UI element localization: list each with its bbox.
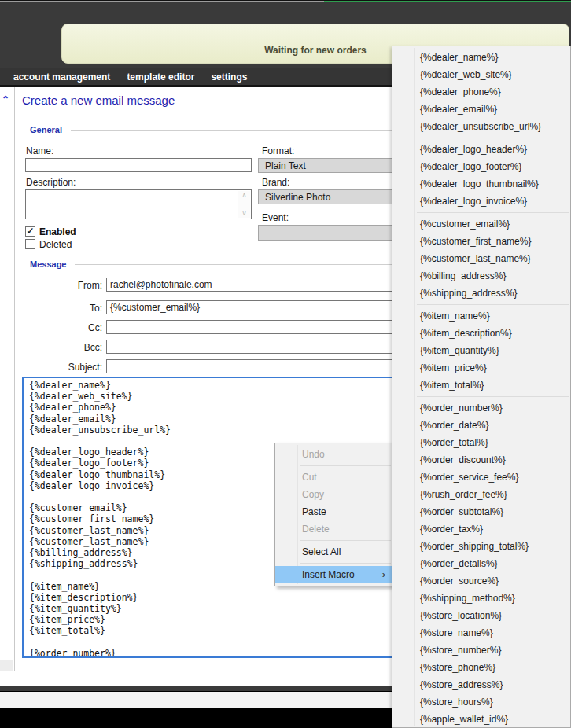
event-label: Event: (262, 212, 289, 223)
enabled-label[interactable]: Enabled (39, 226, 76, 237)
macro-item-dealer_logo_header[interactable]: {%dealer_logo_header%} (392, 141, 570, 158)
macro-item-customer_last_name[interactable]: {%customer_last_name%} (392, 250, 570, 267)
status-text: Waiting for new orders (264, 45, 367, 56)
enabled-checkbox[interactable]: ✓ (25, 226, 35, 237)
description-scrollbar[interactable]: ∧ ∨ (238, 191, 250, 218)
macro-menu-separator (417, 138, 569, 138)
format-select[interactable]: Plain Text (258, 158, 401, 173)
subject-input[interactable] (106, 359, 401, 373)
nav-item-settings[interactable]: settings (211, 72, 247, 83)
macro-item-dealer_web_site[interactable]: {%dealer_web_site%} (392, 66, 570, 83)
cc-label: Cc: (31, 322, 102, 333)
context-menu: UndoCutCopyPasteDeleteSelect AllInsert M… (274, 443, 393, 586)
macro-menu-separator (417, 396, 569, 397)
nav-item-account-management[interactable]: account management (13, 72, 110, 83)
macro-item-store_location[interactable]: {%store_location%} (392, 607, 570, 624)
bcc-label: Bcc: (31, 342, 102, 353)
to-input[interactable]: {%customer_email%} (106, 300, 401, 314)
message-legend-line (75, 264, 403, 265)
macro-item-dealer_email[interactable]: {%dealer_email%} (392, 101, 570, 118)
macro-item-order_details[interactable]: {%order_details%} (392, 555, 570, 572)
macro-item-order_tax[interactable]: {%order_tax%} (392, 520, 570, 538)
brand-select[interactable]: Silverline Photo (258, 189, 401, 204)
menu-item-cut[interactable]: Cut (275, 469, 392, 486)
macro-item-item_total[interactable]: {%item_total%} (392, 377, 570, 394)
name-input[interactable] (25, 158, 252, 172)
macro-item-order_discount[interactable]: {%order_discount%} (392, 451, 570, 469)
macro-item-rush_order_fee[interactable]: {%rush_order_fee%} (392, 486, 570, 503)
macro-item-order_shipping_total[interactable]: {%order_shipping_total%} (392, 538, 570, 555)
app-window: Waiting for new orders account managemen… (0, 0, 571, 728)
macro-item-dealer_unsubscribe_url[interactable]: {%dealer_unsubscribe_url%} (392, 118, 570, 135)
page-title: Create a new email message (22, 94, 175, 107)
macro-item-store_address[interactable]: {%store_address%} (392, 676, 570, 693)
cc-input[interactable] (106, 320, 401, 334)
scroll-up-icon[interactable]: ∧ (241, 192, 247, 199)
menu-separator (300, 540, 391, 541)
submenu-arrow-icon: › (382, 566, 385, 583)
event-select[interactable] (258, 225, 401, 241)
macro-menu-separator (417, 304, 569, 305)
deleted-label[interactable]: Deleted (39, 239, 72, 250)
menu-item-paste[interactable]: Paste (275, 503, 392, 520)
macro-item-dealer_name[interactable]: {%dealer_name%} (392, 49, 570, 66)
macro-item-shipping_address[interactable]: {%shipping_address%} (392, 285, 570, 302)
macro-item-shipping_method[interactable]: {%shipping_method%} (392, 590, 570, 607)
general-legend: General (30, 125, 62, 134)
scroll-down-icon[interactable]: ∨ (241, 210, 247, 217)
macro-item-order_service_fee[interactable]: {%order_service_fee%} (392, 469, 570, 486)
insert-macro-submenu: {%dealer_name%}{%dealer_web_site%}{%deal… (392, 46, 571, 728)
macro-item-order_number[interactable]: {%order_number%} (392, 399, 570, 417)
general-legend-line (71, 130, 403, 131)
menu-separator (300, 563, 391, 564)
macro-item-item_quantity[interactable]: {%item_quantity%} (392, 342, 570, 359)
to-label: To: (31, 303, 102, 314)
from-label: From: (31, 280, 102, 291)
menu-item-insert-macro[interactable]: Insert Macro› (275, 566, 392, 583)
sidebar-divider (14, 87, 15, 671)
macro-item-dealer_phone[interactable]: {%dealer_phone%} (392, 83, 570, 101)
menu-item-undo[interactable]: Undo (275, 446, 392, 463)
macro-item-order_date[interactable]: {%order_date%} (392, 417, 570, 434)
macro-menu-gutter (414, 48, 415, 726)
macro-item-order_total[interactable]: {%order_total%} (392, 434, 570, 451)
menu-item-delete[interactable]: Delete (275, 520, 392, 538)
description-input[interactable]: ∧ ∨ (25, 189, 252, 219)
macro-item-item_name[interactable]: {%item_name%} (392, 307, 570, 325)
macro-item-customer_email[interactable]: {%customer_email%} (392, 215, 570, 233)
macro-item-dealer_logo_footer[interactable]: {%dealer_logo_footer%} (392, 158, 570, 175)
deleted-checkbox[interactable] (25, 239, 35, 249)
macro-menu-separator (417, 212, 569, 213)
macro-item-customer_first_name[interactable]: {%customer_first_name%} (392, 233, 570, 250)
subject-label: Subject: (31, 362, 102, 373)
macro-item-dealer_logo_thumbnail[interactable]: {%dealer_logo_thumbnail%} (392, 175, 570, 193)
macro-item-apple_wallet_id[interactable]: {%apple_wallet_id%} (392, 711, 570, 728)
menu-item-select-all[interactable]: Select All (275, 543, 392, 561)
macro-item-billing_address[interactable]: {%billing_address%} (392, 267, 570, 285)
bcc-input[interactable] (106, 340, 401, 354)
brand-label: Brand: (262, 177, 289, 188)
macro-item-item_description[interactable]: {%item_description%} (392, 325, 570, 342)
checkmark-icon: ✓ (26, 227, 34, 235)
sidebar-handle[interactable] (0, 660, 13, 671)
collapse-panel-icon[interactable]: ⌃ (2, 95, 9, 105)
from-input[interactable]: rachel@photofinale.com (106, 278, 401, 292)
macro-item-order_source[interactable]: {%order_source%} (392, 572, 570, 590)
format-label: Format: (262, 145, 294, 156)
macro-item-dealer_logo_invoice[interactable]: {%dealer_logo_invoice%} (392, 193, 570, 210)
macro-item-item_price[interactable]: {%item_price%} (392, 359, 570, 377)
menu-item-copy[interactable]: Copy (275, 486, 392, 503)
macro-item-order_subtotal[interactable]: {%order_subtotal%} (392, 503, 570, 520)
name-label: Name: (26, 145, 53, 156)
macro-item-store_phone[interactable]: {%store_phone%} (392, 659, 570, 676)
macro-item-store_number[interactable]: {%store_number%} (392, 642, 570, 659)
description-label: Description: (26, 177, 76, 188)
menu-separator (300, 465, 391, 466)
nav-item-template-editor[interactable]: template editor (127, 72, 194, 83)
macro-item-store_hours[interactable]: {%store_hours%} (392, 693, 570, 711)
message-legend: Message (30, 259, 66, 269)
macro-item-store_name[interactable]: {%store_name%} (392, 624, 570, 642)
